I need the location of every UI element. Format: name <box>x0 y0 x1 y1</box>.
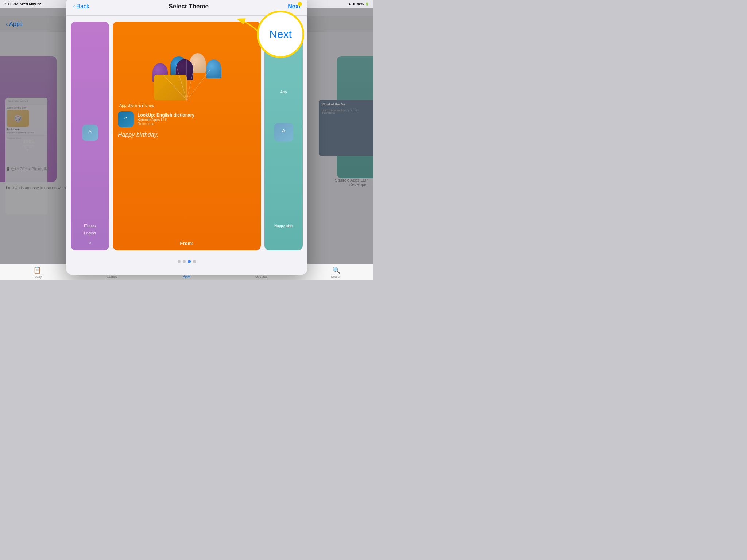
app-category: Reference <box>138 122 256 126</box>
svg-line-0 <box>163 75 187 100</box>
theme-cards-area: ^ iTunes English P <box>66 16 307 256</box>
happy-birthday-text: Happy birthday, <box>118 132 256 138</box>
battery-icon: 🔋 <box>365 2 369 6</box>
store-label-text: App Store & iTunes <box>119 103 154 108</box>
page-dots <box>66 256 307 265</box>
back-label: Back <box>76 3 89 10</box>
battery: 92% <box>357 2 364 6</box>
itunes-text: iTunes <box>84 223 96 228</box>
updates-label: Updates <box>255 275 268 279</box>
right-happy-birth: Happy birth <box>274 224 293 228</box>
message-area: Happy birthday, From: <box>118 132 256 246</box>
theme-card-teal[interactable]: ^ Happy birth App <box>264 22 303 250</box>
search-label: Search <box>331 275 341 279</box>
app-icon-small: ^ <box>118 111 134 127</box>
tab-search[interactable]: 🔍 Search <box>299 266 374 279</box>
theme-card-purple[interactable]: ^ iTunes English P <box>71 22 109 250</box>
balloon-strings <box>118 27 256 100</box>
left-card-app-icon: ^ <box>82 125 98 141</box>
yellow-dot-annotation <box>298 2 302 6</box>
right-app-label: App <box>280 90 287 94</box>
page-dot-1 <box>178 260 181 263</box>
page-dot-3 <box>188 260 191 263</box>
wifi-icon: ▲ <box>348 2 351 6</box>
apple-store-label: App Store & iTunes <box>118 103 256 108</box>
theme-card-orange[interactable]: App Store & iTunes ^ LookUp: English dic… <box>113 22 261 250</box>
time: 2:11 PM <box>4 2 18 6</box>
app-name: LookUp: English dictionary <box>138 113 256 118</box>
center-card-inner: App Store & iTunes ^ LookUp: English dic… <box>113 22 261 250</box>
page-dot-4 <box>193 260 196 263</box>
games-label: Games <box>107 275 117 279</box>
modal-next-button[interactable]: Next <box>288 3 301 10</box>
right-apple-row: App <box>264 90 303 94</box>
app-info: LookUp: English dictionary Squircle Apps… <box>138 113 256 126</box>
location-icon: ➤ <box>353 2 356 6</box>
modal-title: Select Theme <box>169 3 209 10</box>
today-icon: 📋 <box>33 266 41 274</box>
status-left: 2:11 PM Wed May 22 <box>4 2 41 6</box>
page-dot-2 <box>183 260 186 263</box>
today-label: Today <box>33 275 42 279</box>
app-company: Squircle Apps LLP <box>138 118 256 122</box>
english-text: English <box>84 231 96 235</box>
modal-back-button[interactable]: ‹ Back <box>73 3 89 10</box>
chevron-left-icon: ‹ <box>73 3 75 10</box>
search-icon: 🔍 <box>332 266 340 274</box>
modal-header: ‹ Back Select Theme Next <box>66 0 307 16</box>
status-right: ▲ ➤ 92% 🔋 <box>348 2 369 6</box>
chevron-icon-right: ^ <box>282 128 285 137</box>
app-row: ^ LookUp: English dictionary Squircle Ap… <box>118 111 256 127</box>
modal-overlay: ‹ Back Select Theme Next Next <box>0 8 374 264</box>
left-card-play: P <box>71 241 109 245</box>
right-card-app-icon: ^ <box>274 123 293 142</box>
select-theme-modal: ‹ Back Select Theme Next Next <box>66 0 307 275</box>
chevron-icon: ^ <box>88 129 91 137</box>
apps-label: Apps <box>183 275 191 278</box>
right-card-text: Happy birth <box>264 222 303 229</box>
left-card-english: English <box>71 229 109 236</box>
svg-line-1 <box>176 64 187 100</box>
balloons-area <box>118 27 256 100</box>
lookup-icon: ^ <box>124 116 127 122</box>
date: Wed May 22 <box>20 2 41 6</box>
from-line: From: <box>118 241 256 246</box>
tab-today[interactable]: 📋 Today <box>0 266 75 279</box>
left-card-label: iTunes <box>71 222 109 229</box>
